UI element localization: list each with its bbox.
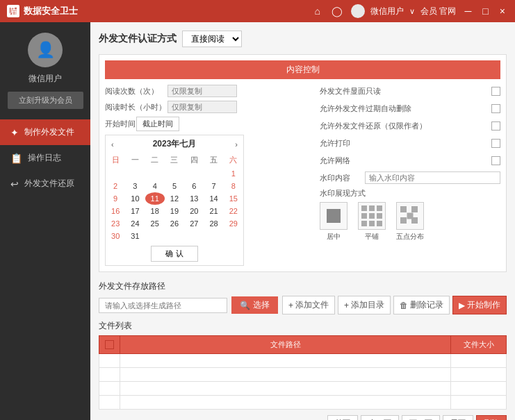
- cal-cell-2-1[interactable]: 10: [125, 192, 145, 205]
- cal-cell-1-2[interactable]: 4: [145, 180, 165, 192]
- cal-cell-2-3[interactable]: 12: [165, 192, 184, 205]
- cal-cell-2-6[interactable]: 15: [224, 192, 243, 205]
- sidebar-item-file-restore[interactable]: ↩ 外发文件还原: [0, 171, 90, 196]
- cal-cell-3-2[interactable]: 18: [145, 205, 165, 217]
- home-icon[interactable]: ⌂: [312, 4, 323, 18]
- cal-cell-2-4[interactable]: 13: [184, 192, 204, 205]
- file-path-input[interactable]: [99, 298, 227, 313]
- prev-page-btn[interactable]: 上一页: [361, 415, 399, 420]
- cal-cell-0-3: [165, 167, 184, 180]
- pattern-tiled[interactable]: 平铺: [358, 202, 386, 242]
- option-single-open-label: 外发文件显面只读: [320, 86, 381, 96]
- cal-weekday-sat: 六: [224, 153, 243, 167]
- add-file-btn[interactable]: + 添加文件: [282, 296, 335, 314]
- cal-cell-2-5[interactable]: 14: [204, 192, 223, 205]
- cal-row-3: 16171819202122: [106, 205, 243, 217]
- cal-cell-4-0[interactable]: 23: [106, 217, 125, 230]
- app-icon: 盾: [7, 5, 19, 17]
- cal-cell-1-0[interactable]: 2: [106, 180, 125, 192]
- cal-cell-0-2: [145, 167, 165, 180]
- pattern-centered-box: [320, 202, 348, 230]
- chat-icon[interactable]: ◯: [329, 4, 345, 18]
- cal-cell-5-6: [224, 230, 243, 242]
- option-expire-delete-label: 允许外发文件过期自动删除: [320, 103, 411, 114]
- empty-row-4: [99, 396, 507, 410]
- start-time-row: 开始时间 截止时间: [105, 117, 313, 131]
- sidebar-item-make-outgoing[interactable]: ✦ 制作外发文件: [0, 119, 90, 145]
- next-page-btn[interactable]: 下一页: [402, 415, 440, 420]
- dropdown-icon[interactable]: ∨: [409, 7, 415, 16]
- maximize-btn[interactable]: □: [480, 6, 491, 17]
- cal-cell-1-5[interactable]: 7: [204, 180, 223, 192]
- cal-row-5: 3031: [106, 230, 243, 242]
- read-time-input[interactable]: [167, 101, 237, 113]
- cal-cell-3-6[interactable]: 22: [224, 205, 243, 217]
- file-path-section: 外发文件存放路径 🔍 选择 + 添加文件 + 添加目录: [99, 280, 507, 314]
- last-page-btn[interactable]: 尾页: [443, 415, 473, 420]
- cal-cell-2-2[interactable]: 11: [145, 192, 165, 205]
- cal-cell-1-6[interactable]: 8: [224, 180, 243, 192]
- cal-cell-0-6[interactable]: 1: [224, 167, 243, 180]
- sidebar-item-log-label: 操作日志: [28, 152, 61, 164]
- cal-cell-1-1[interactable]: 3: [125, 180, 145, 192]
- cal-cell-3-1[interactable]: 17: [125, 205, 145, 217]
- add-folder-icon: +: [344, 301, 349, 310]
- empty-row-1: [99, 354, 507, 368]
- sidebar-item-operation-log[interactable]: 📋 操作日志: [0, 145, 90, 171]
- option-print-checkbox[interactable]: [491, 139, 500, 148]
- cal-cell-3-5[interactable]: 21: [204, 205, 223, 217]
- option-expire-delete-checkbox[interactable]: [491, 104, 500, 113]
- clear-record-btn[interactable]: 🗑 删除记录: [393, 296, 450, 314]
- sidebar-item-restore-label: 外发文件还原: [24, 178, 74, 190]
- start-make-label: 开始制作: [467, 299, 500, 311]
- cal-cell-4-1[interactable]: 24: [125, 217, 145, 230]
- cal-cell-3-0[interactable]: 16: [106, 205, 125, 217]
- confirm-btn[interactable]: 确 认: [151, 246, 197, 262]
- select-path-btn[interactable]: 🔍 选择: [231, 296, 278, 314]
- auth-select[interactable]: 直接阅读 密码认证 手机认证: [182, 31, 242, 47]
- read-count-input[interactable]: [167, 85, 237, 97]
- upgrade-button[interactable]: 立刻升级为会员: [8, 92, 83, 109]
- cal-cell-5-5: [204, 230, 223, 242]
- cal-cell-5-0[interactable]: 30: [106, 230, 125, 242]
- first-page-btn[interactable]: 首页: [327, 415, 358, 420]
- dot5: [369, 213, 375, 219]
- file-table: 文件路径 文件大小: [99, 335, 507, 410]
- option-restore-checkbox[interactable]: [491, 121, 500, 131]
- cal-header: ‹ 2023年七月 ›: [106, 135, 243, 153]
- option-single-open-checkbox[interactable]: [491, 87, 500, 96]
- cal-cell-4-2[interactable]: 25: [145, 217, 165, 230]
- cal-cell-3-4[interactable]: 20: [184, 205, 204, 217]
- cal-cell-2-0[interactable]: 9: [106, 192, 125, 205]
- cal-cell-0-1: [125, 167, 145, 180]
- action-buttons: + 添加文件 + 添加目录 🗑 删除记录 ▶: [282, 296, 507, 314]
- main-layout: 👤 微信用户 立刻升级为会员 ✦ 制作外发文件 📋 操作日志 ↩ 外发文件还原 …: [0, 22, 515, 420]
- read-time-row: 阅读时长（小时）: [105, 101, 313, 113]
- cal-cell-4-6[interactable]: 29: [224, 217, 243, 230]
- close-btn[interactable]: ×: [497, 6, 508, 17]
- pattern-centered[interactable]: 居中: [320, 202, 348, 242]
- cal-prev-btn[interactable]: ‹: [111, 140, 114, 149]
- start-make-btn[interactable]: ▶ 开始制作: [452, 296, 507, 314]
- cal-cell-1-3[interactable]: 5: [165, 180, 184, 192]
- empty-cell-11: [120, 396, 451, 410]
- cal-cell-4-5[interactable]: 28: [204, 217, 223, 230]
- section-header: 内容控制: [105, 60, 500, 79]
- header-checkbox[interactable]: [105, 340, 114, 349]
- stop-time-btn[interactable]: 截止时间: [136, 117, 179, 131]
- minimize-btn[interactable]: ─: [461, 6, 474, 17]
- cal-cell-5-1[interactable]: 31: [125, 230, 145, 242]
- cal-next-btn[interactable]: ›: [235, 140, 238, 149]
- option-screenshot-checkbox[interactable]: [491, 156, 500, 165]
- member-link[interactable]: 会员 官网: [420, 6, 456, 17]
- pattern-tiled-box: [358, 202, 386, 230]
- add-folder-btn[interactable]: + 添加目录: [338, 296, 391, 314]
- cal-cell-4-4[interactable]: 27: [184, 217, 204, 230]
- cal-cell-4-3[interactable]: 26: [165, 217, 184, 230]
- cal-row-4: 23242526272829: [106, 217, 243, 230]
- watermark-input[interactable]: [365, 171, 500, 184]
- pattern-five-point[interactable]: 五点分布: [396, 202, 424, 242]
- cal-cell-1-4[interactable]: 6: [184, 180, 204, 192]
- delete-btn[interactable]: 删除: [476, 415, 507, 420]
- cal-cell-3-3[interactable]: 19: [165, 205, 184, 217]
